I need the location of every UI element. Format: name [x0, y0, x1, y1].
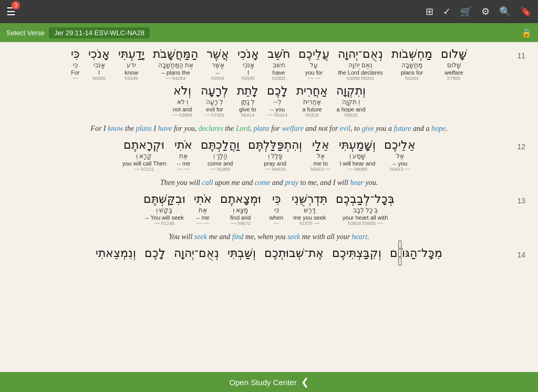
verse-12-translation: Then you will call upon me and come and …	[11, 177, 527, 188]
word-tidrashuni: תִּדְרְשֻׁנִי דָּרַשׁ me you seek ~~ h18…	[289, 192, 329, 226]
verse-12-line1: אֵלֵיכֶם אֶל you -- ~~ h0413 וְשָׁמַעְתִ…	[11, 138, 527, 172]
word-oti: אֹתִי אֶת me -- ~~ ~~	[172, 138, 194, 172]
word-acharit: אַחֲרִית אַחֲרִית a future h0319	[294, 84, 330, 118]
word-yodati: יָדַעְתִּי ידע know h3045	[116, 47, 147, 81]
word-umetzatem: וּמְצָאתֶם מָצָא וְ find and h4672 ~~	[218, 192, 263, 226]
word-lera: לְרָעָה לְ רָעָה evil for h7451 ~~	[199, 84, 231, 118]
word-elai: אֵלַי אֶל me to ~~ h0413	[308, 138, 333, 172]
word-ukeratum: וּקְרָאתֶם קָרָא וְ you will call Then h…	[120, 138, 169, 172]
word-veshavti: וְשַׁבְתִּי	[225, 246, 258, 261]
word-bekhol: בְּכָל־לְבַבְכֶם בְּ כָל לֵבָב your hear…	[334, 192, 397, 226]
word-venimtzeti: וְנִמְצֵאתִי	[94, 246, 138, 261]
verse-11: 11 שָׁלֹום שָׁלֹום welfare h7965 מַחְשְׁ…	[11, 47, 527, 134]
verse-14-hebrew-block: מִכָּל־הַגּוֹיִ֗ם וְקִבַּצְתִּיכֶם אֶת־ש…	[11, 246, 527, 261]
nav-left: ☰ 3	[6, 5, 16, 18]
open-study-center-label[interactable]: Open Study Center	[229, 378, 296, 387]
check-icon[interactable]: ✓	[443, 6, 451, 17]
back-arrow-icon[interactable]: ❮	[301, 376, 309, 388]
word-uvakshutem: וּבִקַּשְׁתֶּם בָּקַשׁ וְ You will seek …	[141, 192, 188, 226]
word-asher: אֲשֶׁר אֲשֶׁר -- h0834	[204, 47, 231, 81]
bookmark-icon[interactable]: 🔖	[520, 6, 532, 17]
word-anochi2: אָנֹכִי אָנֹכִי I h0595	[235, 47, 261, 81]
verse-11-translation: For I know the plans I have for you, dec…	[11, 123, 527, 134]
gear-icon[interactable]: ⚙	[481, 6, 490, 17]
word-anochi1: אָנֹכִי אָנֹכִי I h0595	[86, 47, 112, 81]
word-ki13: כִּי כִּי when ~~	[267, 192, 285, 226]
hamburger-button[interactable]: ☰ 3	[6, 5, 16, 18]
verse-bar: Select Verse Jer 29:11-14 ESV-WLC-NA28 🔒	[0, 23, 538, 42]
verse-14: 14 מִכָּל־הַגּוֹיִ֗ם וְקִבַּצְתִּיכֶם אֶ…	[11, 246, 527, 261]
columns-icon[interactable]: ⊞	[426, 6, 433, 17]
word-et-shevutkhem: אֶת־שְׁבוּתְכֶם	[262, 246, 326, 261]
word-ki: כִּי כִּי For ~~	[69, 47, 82, 81]
verse-11-line1: שָׁלֹום שָׁלֹום welfare h7965 מַחְשְׁבֹו…	[11, 47, 527, 81]
search-icon[interactable]: 🔍	[499, 6, 511, 17]
word-hamachshavot: הַמַּחֲשָׁבֹת אֶת הַמַּחֲשָׁבָה plans th…	[151, 47, 200, 81]
cart-icon[interactable]: 🛒	[460, 6, 472, 17]
word-adonai: נְאֻם־יְהוָה נְאֻם יְהוָה the Lord decla…	[336, 47, 385, 81]
main-content: 11 שָׁלֹום שָׁלֹום welfare h7965 מַחְשְׁ…	[0, 42, 538, 372]
word-shalom: שָׁלֹום שָׁלֹום welfare h7965	[439, 47, 469, 81]
verse-11-hebrew-block1: שָׁלֹום שָׁלֹום welfare h7965 מַחְשְׁבֹו…	[11, 47, 527, 81]
word-velo: וְלֹא וְ לֹא not and h3808 ~~	[170, 84, 194, 118]
word-latet: לָתֵת לְ נָתַן give to h5414	[235, 84, 261, 118]
word-machshevot: מַחְשְׁבֹות מַחֲשָׁבָה plans for h4284	[389, 47, 434, 81]
verse-13-translation: You will seek me and find me, when you s…	[11, 231, 527, 242]
word-tikvah: וְתִקְוָה וְ תִקְוָה a hope and h8615	[334, 84, 368, 118]
verse-11-hebrew-block2: וְתִקְוָה וְ תִקְוָה a hope and h8615 אַ…	[11, 84, 527, 118]
lock-icon: 🔒	[521, 28, 532, 38]
verse-13: 13 בְּכָל־לְבַבְכֶם בְּ כָל לֵבָב your h…	[11, 192, 527, 242]
word-vehitpalleltem: וְהִתְפַּלַּלְתֶּם פָּלַל וְ pray and h6…	[246, 138, 304, 172]
select-verse-button[interactable]: Select Verse	[6, 29, 45, 37]
word-vahalachtem: וַהֲלַכְתֶּם הָלַךְ וְ come and h1980 ~~	[199, 138, 242, 172]
verse-14-line1: מִכָּל־הַגּוֹיִ֗ם וְקִבַּצְתִּיכֶם אֶת־ש…	[11, 246, 527, 261]
word-vekibatstikhem: וְקִבַּצְתִּיכֶם	[330, 246, 384, 261]
word-oti13: אֹתִי אֶת me -- ~~ ~~	[192, 192, 214, 226]
top-navigation: ☰ 3 ⊞ ✓ 🛒 ⚙ 🔍 🔖	[0, 0, 538, 23]
word-mikol-hagoyim: מִכָּל־הַגּוֹיִ֗ם	[388, 246, 444, 261]
word-neum-adonai14: נְאֻם־יְהוָה	[172, 246, 221, 261]
word-choshev: חֹשֵׁב חשב have h2803	[265, 47, 292, 81]
word-lachem14: לָכֶם	[142, 246, 168, 261]
verse-13-hebrew-block: בְּכָל־לְבַבְכֶם בְּ כָל לֵבָב your hear…	[11, 192, 527, 226]
verse-number-12: 12	[517, 142, 525, 151]
word-veshomati: וְשָׁמַעְתִּי שָׁמַע וְ I will hear and …	[337, 138, 378, 172]
nav-right: ⊞ ✓ 🛒 ⚙ 🔍 🔖	[426, 6, 532, 17]
verse-number-14: 14	[517, 251, 525, 259]
verse-reference[interactable]: Jer 29:11-14 ESV-WLC-NA28	[49, 27, 150, 38]
word-al: עֲלֵיכֶם עַל you for ~~ ~~	[296, 47, 332, 81]
verse-12-hebrew-block: אֵלֵיכֶם אֶל you -- ~~ h0413 וְשָׁמַעְתִ…	[11, 138, 527, 172]
word-lachem: לָכֶם לְ-- you -- h5414 ~~	[265, 84, 290, 118]
verse-number-11: 11	[517, 51, 525, 60]
bottom-bar[interactable]: Open Study Center ❮	[0, 372, 538, 392]
word-elaichem: אֵלֵיכֶם אֶל you -- ~~ h0413	[382, 138, 418, 172]
verse-number-13: 13	[517, 197, 525, 205]
verse-11-line2: וְתִקְוָה וְ תִקְוָה a hope and h8615 אַ…	[11, 84, 527, 118]
verse-12: 12 אֵלֵיכֶם אֶל you -- ~~ h0413 וְשָׁמַע…	[11, 138, 527, 188]
verse-13-line1: בְּכָל־לְבַבְכֶם בְּ כָל לֵבָב your hear…	[11, 192, 527, 226]
notification-badge: 3	[12, 1, 20, 9]
